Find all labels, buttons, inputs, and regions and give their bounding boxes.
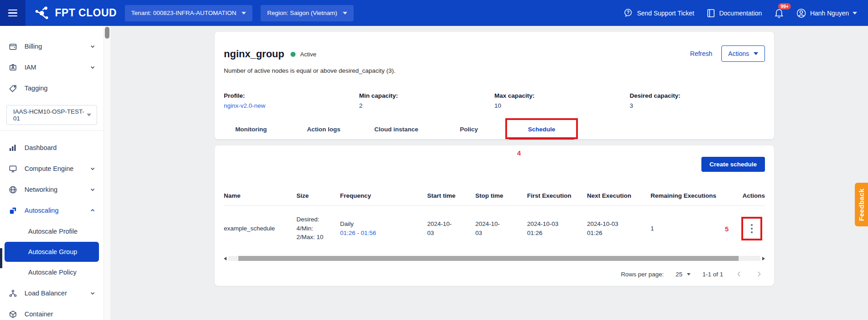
sidebar-item-label: Dashboard <box>25 144 57 151</box>
field-value: 10 <box>494 102 630 109</box>
svg-text:?: ? <box>627 10 630 15</box>
rows-per-page-select[interactable]: 25 <box>676 271 690 278</box>
brand-logo[interactable]: FPT CLOUD <box>35 6 117 20</box>
sidebar-item-dashboard[interactable]: Dashboard <box>0 137 104 158</box>
chevron-down-icon <box>853 12 857 15</box>
field-profile: Profile: nginx-v2.0-new <box>224 92 359 109</box>
table-row: example_schedule Desired: 4/Min: 2/Max: … <box>224 205 765 251</box>
sidebar-item-compute-engine[interactable]: Compute Engine <box>0 158 104 179</box>
tab-action-logs[interactable]: Action logs <box>287 119 360 139</box>
sidebar-item-label: Autoscale Policy <box>28 269 76 276</box>
cell-first-execution: 2024-10-03 01:26 <box>527 220 587 237</box>
feedback-tab[interactable]: Feedback <box>855 183 868 226</box>
hamburger-icon <box>8 10 17 17</box>
field-desired-capacity: Desired capacity: 3 <box>630 92 765 109</box>
cell-remaining-executions: 1 <box>651 224 736 233</box>
field-label: Profile: <box>224 92 359 99</box>
tab-schedule[interactable]: Schedule <box>505 119 578 139</box>
tab-policy[interactable]: Policy <box>433 119 505 139</box>
profile-link[interactable]: nginx-v2.0-new <box>224 102 359 109</box>
cell-stop-time: 2024-10-03 <box>475 220 527 237</box>
wallet-icon <box>8 42 17 51</box>
region-dropdown[interactable]: Region: Saigon (Vietnam) <box>261 5 353 21</box>
chevron-down-icon <box>687 273 690 275</box>
sidebar: Billing IAM Tagging IAAS-HCM10-OS <box>0 26 104 320</box>
annotation-box-row-actions <box>741 217 762 240</box>
previous-page-button[interactable] <box>735 270 743 278</box>
active-item-edge-bar <box>0 248 2 268</box>
chevron-down-icon <box>754 52 758 55</box>
chevron-down-icon <box>90 166 95 171</box>
sidebar-item-label: Load Balancer <box>25 290 67 297</box>
sidebar-item-load-balancer[interactable]: Load Balancer <box>0 283 104 304</box>
horizontal-scrollbar-thumb[interactable] <box>238 256 739 261</box>
sidebar-item-autoscaling[interactable]: Autoscaling <box>0 200 104 221</box>
load-balancer-nodes-icon <box>8 289 17 298</box>
sidebar-item-label: IAM <box>25 64 36 71</box>
menu-toggle-button[interactable] <box>0 0 25 26</box>
column-header-name: Name <box>224 192 296 199</box>
sidebar-item-networking[interactable]: Networking <box>0 179 104 200</box>
schedule-panel-card: 4 Create schedule Name Size Frequency St… <box>215 145 774 286</box>
sidebar-item-container[interactable]: Container <box>0 304 104 320</box>
documentation-label: Documentation <box>719 10 762 17</box>
status-badge: Active <box>300 51 316 58</box>
field-value: 3 <box>630 102 765 109</box>
send-support-ticket-link[interactable]: ? Send Support Ticket <box>623 8 694 18</box>
region-label: Region: Saigon (Vietnam) <box>267 10 337 16</box>
container-cube-icon <box>8 310 17 319</box>
frequency-time-link[interactable]: 01:26 - 01:56 <box>340 229 427 238</box>
chevron-down-icon <box>90 187 95 192</box>
notification-count-badge: 99+ <box>778 3 791 10</box>
chevron-down-icon <box>90 290 95 296</box>
field-max-capacity: Max capacity: 10 <box>494 92 630 109</box>
row-actions-kebab-button[interactable] <box>749 222 755 235</box>
next-page-button[interactable] <box>755 270 763 278</box>
cell-next-execution: 2024-10-03 01:26 <box>587 220 651 237</box>
horizontal-scrollbar-track[interactable] <box>228 256 760 261</box>
sidebar-item-label: Autoscale Profile <box>28 228 78 235</box>
documentation-link[interactable]: Documentation <box>707 9 762 18</box>
tag-icon <box>8 84 17 93</box>
sidebar-item-label: Tagging <box>25 85 48 92</box>
sidebar-scrollbar[interactable] <box>104 26 110 320</box>
notifications-button[interactable]: 99+ <box>774 8 784 18</box>
sidebar-item-label: Billing <box>25 43 42 50</box>
brand-name: FPT CLOUD <box>55 7 117 19</box>
field-label: Min capacity: <box>359 92 494 99</box>
sidebar-scrollbar-thumb[interactable] <box>105 27 109 39</box>
sidebar-divider <box>0 130 104 131</box>
sidebar-item-autoscale-group[interactable]: Autoscale Group <box>5 242 99 262</box>
tenant-dropdown[interactable]: Tenant: 000823-INFRA-AUTOMATION <box>125 5 252 21</box>
table-header-row: Name Size Frequency Start time Stop time… <box>224 185 765 205</box>
cell-start-time: 2024-10-03 <box>427 220 475 237</box>
cell-name: example_schedule <box>224 224 296 233</box>
sidebar-item-autoscale-policy[interactable]: Autoscale Policy <box>0 262 104 282</box>
sidebar-item-autoscale-profile[interactable]: Autoscale Profile <box>0 221 104 241</box>
user-menu[interactable]: Hanh Nguyen <box>796 8 857 18</box>
horizontal-scrollbar[interactable] <box>224 255 765 261</box>
top-navbar: FPT CLOUD Tenant: 000823-INFRA-AUTOMATIO… <box>0 0 868 26</box>
scroll-right-arrow-icon[interactable] <box>762 257 765 260</box>
tab-monitoring[interactable]: Monitoring <box>215 119 287 139</box>
main-content: nginx_group Active Refresh Actions Numbe… <box>110 26 868 320</box>
column-header-size: Size <box>296 192 340 199</box>
tab-cloud-instance[interactable]: Cloud instance <box>360 119 433 139</box>
refresh-button[interactable]: Refresh <box>690 50 712 57</box>
sidebar-item-label: Autoscale Group <box>28 248 77 255</box>
cell-size: Desired: 4/Min: 2/Max: 10 <box>296 215 340 242</box>
annotation-step-5: 5 <box>725 225 729 232</box>
kebab-dot <box>751 224 753 226</box>
scroll-left-arrow-icon[interactable] <box>224 257 227 260</box>
column-header-start-time: Start time <box>427 192 475 199</box>
create-schedule-button[interactable]: Create schedule <box>701 157 765 172</box>
sidebar-item-tagging[interactable]: Tagging <box>0 78 104 99</box>
frequency-value: Daily <box>340 220 427 229</box>
sidebar-item-billing[interactable]: Billing <box>0 36 104 57</box>
field-label: Desired capacity: <box>630 92 765 99</box>
project-selector[interactable]: IAAS-HCM10-OSP-TEST-01 <box>6 105 97 125</box>
cell-frequency: Daily 01:26 - 01:56 <box>340 220 427 237</box>
actions-dropdown-button[interactable]: Actions <box>721 45 765 62</box>
chevron-down-icon <box>242 12 246 15</box>
sidebar-item-iam[interactable]: IAM <box>0 57 104 78</box>
